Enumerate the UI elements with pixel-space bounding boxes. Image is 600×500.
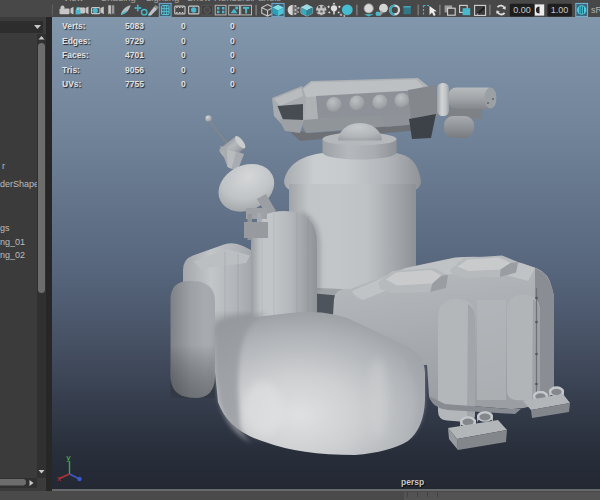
svg-text:y: y — [67, 453, 71, 462]
svg-text:x: x — [57, 474, 61, 483]
svg-text:1.00: 1.00 — [551, 5, 569, 15]
svg-text:0.00: 0.00 — [513, 5, 531, 15]
svg-text:sR: sR — [591, 5, 600, 15]
